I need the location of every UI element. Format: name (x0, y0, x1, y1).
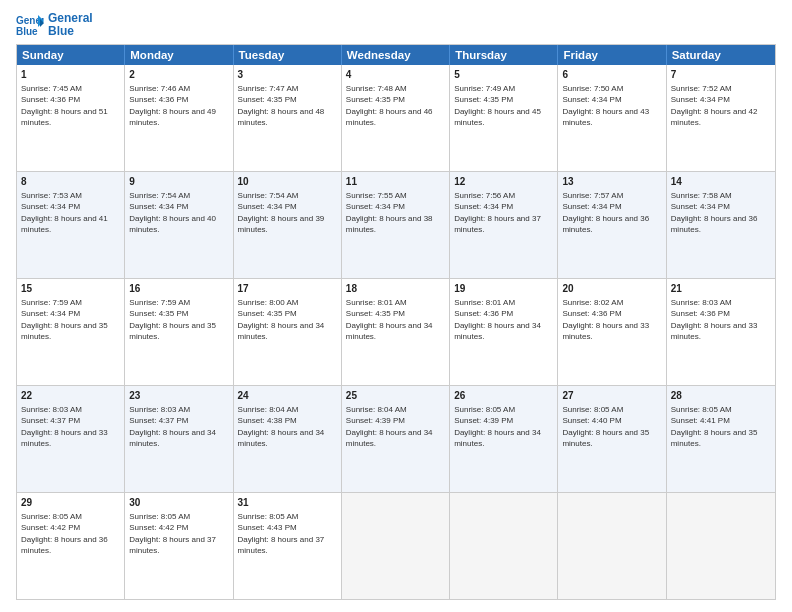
calendar-week: 8Sunrise: 7:53 AMSunset: 4:34 PMDaylight… (17, 172, 775, 279)
cell-text: Sunrise: 8:05 AMSunset: 4:39 PMDaylight:… (454, 405, 541, 448)
day-number: 29 (21, 496, 120, 510)
calendar-week: 1Sunrise: 7:45 AMSunset: 4:36 PMDaylight… (17, 65, 775, 172)
cell-text: Sunrise: 7:45 AMSunset: 4:36 PMDaylight:… (21, 84, 108, 127)
calendar-cell: 30Sunrise: 8:05 AMSunset: 4:42 PMDayligh… (125, 493, 233, 599)
day-number: 18 (346, 282, 445, 296)
logo-text-blue: Blue (48, 25, 93, 38)
cell-text: Sunrise: 8:05 AMSunset: 4:40 PMDaylight:… (562, 405, 649, 448)
day-number: 21 (671, 282, 771, 296)
calendar-header: SundayMondayTuesdayWednesdayThursdayFrid… (17, 45, 775, 65)
day-number: 3 (238, 68, 337, 82)
cell-text: Sunrise: 7:59 AMSunset: 4:34 PMDaylight:… (21, 298, 108, 341)
day-number: 14 (671, 175, 771, 189)
calendar-week: 22Sunrise: 8:03 AMSunset: 4:37 PMDayligh… (17, 386, 775, 493)
calendar: SundayMondayTuesdayWednesdayThursdayFrid… (16, 44, 776, 600)
cell-text: Sunrise: 8:03 AMSunset: 4:36 PMDaylight:… (671, 298, 758, 341)
day-number: 16 (129, 282, 228, 296)
calendar-header-cell: Monday (125, 45, 233, 65)
calendar-cell: 10Sunrise: 7:54 AMSunset: 4:34 PMDayligh… (234, 172, 342, 278)
day-number: 22 (21, 389, 120, 403)
calendar-cell: 18Sunrise: 8:01 AMSunset: 4:35 PMDayligh… (342, 279, 450, 385)
day-number: 11 (346, 175, 445, 189)
cell-text: Sunrise: 7:54 AMSunset: 4:34 PMDaylight:… (238, 191, 325, 234)
day-number: 30 (129, 496, 228, 510)
calendar-cell: 3Sunrise: 7:47 AMSunset: 4:35 PMDaylight… (234, 65, 342, 171)
cell-text: Sunrise: 8:05 AMSunset: 4:41 PMDaylight:… (671, 405, 758, 448)
calendar-cell: 16Sunrise: 7:59 AMSunset: 4:35 PMDayligh… (125, 279, 233, 385)
cell-text: Sunrise: 8:02 AMSunset: 4:36 PMDaylight:… (562, 298, 649, 341)
day-number: 12 (454, 175, 553, 189)
calendar-cell: 8Sunrise: 7:53 AMSunset: 4:34 PMDaylight… (17, 172, 125, 278)
calendar-header-cell: Sunday (17, 45, 125, 65)
calendar-cell (667, 493, 775, 599)
page-header: General Blue General Blue (16, 12, 776, 38)
calendar-cell: 9Sunrise: 7:54 AMSunset: 4:34 PMDaylight… (125, 172, 233, 278)
cell-text: Sunrise: 8:05 AMSunset: 4:42 PMDaylight:… (129, 512, 216, 555)
day-number: 4 (346, 68, 445, 82)
day-number: 23 (129, 389, 228, 403)
cell-text: Sunrise: 7:56 AMSunset: 4:34 PMDaylight:… (454, 191, 541, 234)
cell-text: Sunrise: 7:49 AMSunset: 4:35 PMDaylight:… (454, 84, 541, 127)
calendar-cell: 21Sunrise: 8:03 AMSunset: 4:36 PMDayligh… (667, 279, 775, 385)
day-number: 28 (671, 389, 771, 403)
cell-text: Sunrise: 8:04 AMSunset: 4:38 PMDaylight:… (238, 405, 325, 448)
calendar-cell: 1Sunrise: 7:45 AMSunset: 4:36 PMDaylight… (17, 65, 125, 171)
cell-text: Sunrise: 8:00 AMSunset: 4:35 PMDaylight:… (238, 298, 325, 341)
cell-text: Sunrise: 8:03 AMSunset: 4:37 PMDaylight:… (21, 405, 108, 448)
calendar-cell: 27Sunrise: 8:05 AMSunset: 4:40 PMDayligh… (558, 386, 666, 492)
day-number: 2 (129, 68, 228, 82)
svg-text:Blue: Blue (16, 26, 38, 37)
day-number: 13 (562, 175, 661, 189)
calendar-cell (558, 493, 666, 599)
calendar-cell (342, 493, 450, 599)
day-number: 6 (562, 68, 661, 82)
calendar-cell: 11Sunrise: 7:55 AMSunset: 4:34 PMDayligh… (342, 172, 450, 278)
calendar-cell: 14Sunrise: 7:58 AMSunset: 4:34 PMDayligh… (667, 172, 775, 278)
calendar-cell: 26Sunrise: 8:05 AMSunset: 4:39 PMDayligh… (450, 386, 558, 492)
cell-text: Sunrise: 8:04 AMSunset: 4:39 PMDaylight:… (346, 405, 433, 448)
cell-text: Sunrise: 7:54 AMSunset: 4:34 PMDaylight:… (129, 191, 216, 234)
calendar-header-cell: Friday (558, 45, 666, 65)
calendar-cell: 4Sunrise: 7:48 AMSunset: 4:35 PMDaylight… (342, 65, 450, 171)
calendar-cell (450, 493, 558, 599)
calendar-cell: 31Sunrise: 8:05 AMSunset: 4:43 PMDayligh… (234, 493, 342, 599)
day-number: 1 (21, 68, 120, 82)
calendar-cell: 19Sunrise: 8:01 AMSunset: 4:36 PMDayligh… (450, 279, 558, 385)
calendar-week: 15Sunrise: 7:59 AMSunset: 4:34 PMDayligh… (17, 279, 775, 386)
cell-text: Sunrise: 8:03 AMSunset: 4:37 PMDaylight:… (129, 405, 216, 448)
calendar-header-cell: Thursday (450, 45, 558, 65)
cell-text: Sunrise: 8:01 AMSunset: 4:36 PMDaylight:… (454, 298, 541, 341)
calendar-cell: 17Sunrise: 8:00 AMSunset: 4:35 PMDayligh… (234, 279, 342, 385)
cell-text: Sunrise: 8:05 AMSunset: 4:43 PMDaylight:… (238, 512, 325, 555)
calendar-cell: 22Sunrise: 8:03 AMSunset: 4:37 PMDayligh… (17, 386, 125, 492)
day-number: 27 (562, 389, 661, 403)
calendar-header-cell: Wednesday (342, 45, 450, 65)
day-number: 5 (454, 68, 553, 82)
day-number: 26 (454, 389, 553, 403)
calendar-cell: 7Sunrise: 7:52 AMSunset: 4:34 PMDaylight… (667, 65, 775, 171)
calendar-body: 1Sunrise: 7:45 AMSunset: 4:36 PMDaylight… (17, 65, 775, 599)
calendar-header-cell: Tuesday (234, 45, 342, 65)
calendar-cell: 29Sunrise: 8:05 AMSunset: 4:42 PMDayligh… (17, 493, 125, 599)
calendar-cell: 20Sunrise: 8:02 AMSunset: 4:36 PMDayligh… (558, 279, 666, 385)
calendar-header-cell: Saturday (667, 45, 775, 65)
cell-text: Sunrise: 8:01 AMSunset: 4:35 PMDaylight:… (346, 298, 433, 341)
cell-text: Sunrise: 7:47 AMSunset: 4:35 PMDaylight:… (238, 84, 325, 127)
cell-text: Sunrise: 7:46 AMSunset: 4:36 PMDaylight:… (129, 84, 216, 127)
calendar-cell: 28Sunrise: 8:05 AMSunset: 4:41 PMDayligh… (667, 386, 775, 492)
day-number: 17 (238, 282, 337, 296)
calendar-cell: 25Sunrise: 8:04 AMSunset: 4:39 PMDayligh… (342, 386, 450, 492)
calendar-cell: 24Sunrise: 8:04 AMSunset: 4:38 PMDayligh… (234, 386, 342, 492)
cell-text: Sunrise: 7:50 AMSunset: 4:34 PMDaylight:… (562, 84, 649, 127)
day-number: 25 (346, 389, 445, 403)
day-number: 15 (21, 282, 120, 296)
calendar-cell: 15Sunrise: 7:59 AMSunset: 4:34 PMDayligh… (17, 279, 125, 385)
cell-text: Sunrise: 7:57 AMSunset: 4:34 PMDaylight:… (562, 191, 649, 234)
calendar-cell: 13Sunrise: 7:57 AMSunset: 4:34 PMDayligh… (558, 172, 666, 278)
day-number: 19 (454, 282, 553, 296)
day-number: 7 (671, 68, 771, 82)
day-number: 8 (21, 175, 120, 189)
cell-text: Sunrise: 7:58 AMSunset: 4:34 PMDaylight:… (671, 191, 758, 234)
calendar-cell: 23Sunrise: 8:03 AMSunset: 4:37 PMDayligh… (125, 386, 233, 492)
logo-icon: General Blue (16, 13, 44, 37)
